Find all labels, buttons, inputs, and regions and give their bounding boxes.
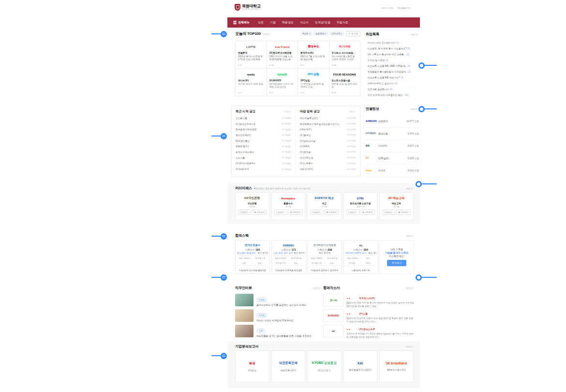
- spec-card[interactable]: nc 스펙지수 204 자바/파이썬/AI인공지.. 최근 합격자 학점 3.8…: [343, 240, 378, 274]
- spec-card[interactable]: 한국해양수산개발원 스펙지수 209 최근 합격자 학점 4.28/4.5토익 …: [307, 240, 342, 274]
- school-homepage-link[interactable]: 학교홈페이지: [397, 7, 411, 9]
- jobtalk-item[interactable]: 입문내용 궁금합니다 (6): [366, 87, 419, 92]
- job-analysis-button[interactable]: 직무분석: [252, 210, 267, 215]
- nav-item[interactable]: 취업자료: [337, 20, 348, 25]
- nav-item[interactable]: 인적성/면접: [315, 20, 330, 25]
- jobtalk-more-link[interactable]: 더보기 ›: [411, 33, 419, 36]
- posting-row[interactable]: 제이치솔루션(주) ~07-17(토): [300, 115, 356, 121]
- report-company-card[interactable]: 대전문화인쇄 대전문화사(주): [271, 350, 306, 382]
- posting-row[interactable]: (주)린터내셔널 ~07-17(토): [300, 138, 356, 144]
- analyze-button[interactable]: 분석하기: [387, 260, 407, 266]
- interview-more-link[interactable]: 더보기 ›: [313, 286, 321, 289]
- jobtalk-item[interactable]: 여성의류 쇼핑몰 MD 어떤가요? (3): [366, 75, 419, 81]
- jobtalk-item[interactable]: 바이오니아는 2교대인가요! (1): [366, 40, 419, 46]
- salary-row[interactable]: SAMSUNG 삼성전자 10,877 만원: [366, 115, 419, 128]
- filter-reset-button[interactable]: ↺초기화: [346, 31, 360, 36]
- company-info-button[interactable]: 기업정보 ›: [346, 210, 359, 215]
- posting-row[interactable]: (주)모두요업 ~07-17(토): [300, 155, 356, 161]
- filter-dropdown[interactable]: 4년제▾: [300, 31, 312, 36]
- essay-more-link[interactable]: 더보기 ›: [406, 286, 414, 289]
- essay-row[interactable]: SHINUNG ★★☆☆☆(주)신흥 [뽑힌이유] 호감가는 내용이 전혀 없음…: [323, 308, 414, 323]
- essay-row[interactable]: 한나라 ★★☆☆☆제주한나라(주) [뽑힌이유] 지원 직무 및 회사와 관련하…: [323, 292, 414, 308]
- job-posting-card[interactable]: SPC삼립 SPC삼립 각 부문별 신입/경력 및 계약직 모집 D-3: [298, 69, 329, 96]
- nav-item[interactable]: 채용정보: [282, 20, 294, 25]
- job-analysis-button[interactable]: 직무분석: [360, 210, 375, 215]
- career-company-card[interactable]: JEI 재능교육 재능교육 대기업 기업정보 › 직무분석: [379, 192, 414, 220]
- jobtalk-item[interactable]: 여성의류 쇼핑몰 MD, AMD 직무할 때.. (3): [366, 63, 419, 69]
- spec-card[interactable]: DONGBU 스펙지수 171 시공·현장·감리·공무 최근 합격자 학점 3.…: [271, 240, 306, 274]
- report-more-link[interactable]: 더보기 ›: [406, 345, 414, 348]
- posting-row[interactable]: 한화호텔(주) 07-16(금)~: [236, 143, 292, 149]
- report-company-card[interactable]: KYOBO 교보문고 (주)교보문고: [307, 350, 342, 382]
- posting-row[interactable]: 한국화학연구원부설안전성평가연구소 ~07-17(토): [300, 121, 356, 127]
- posting-row[interactable]: 오티그룹 07-16(금)~: [236, 155, 292, 161]
- job-posting-card[interactable]: 롯데푸드 롯데푸드(주) 2021년 7월 신입사원 채용-열린전형 D-2: [298, 41, 329, 69]
- posting-row[interactable]: (주)흥국당 ~07-17(토): [300, 132, 356, 138]
- jobtalk-item[interactable]: 1차 서류심사 통과하면 바로 전화를 .. (2): [366, 52, 419, 58]
- company-info-button[interactable]: 기업정보 ›: [274, 210, 287, 215]
- interview-row[interactable]: 마케팅 클라이언트의 요구를 달성하는 퍼포먼스 마케터: [235, 292, 321, 308]
- salary-row[interactable]: CJ CJ제일제.. 5,525 만원: [366, 152, 419, 165]
- top100-more-link[interactable]: 더보기 ›: [263, 32, 271, 35]
- job-analysis-button[interactable]: 직무분석: [324, 210, 339, 215]
- posting-row[interactable]: (주)노브랜드 ~07-17(토): [300, 161, 356, 166]
- jobtalk-item[interactable]: 아르바이트하고 싶습니다 (3): [366, 81, 419, 87]
- interview-row[interactable]: 마케팅 데이터 기반의 마케팅에 주목하세요: [235, 308, 321, 323]
- report-company-card[interactable]: SK broadband SK브로드밴드(주): [379, 350, 414, 382]
- spec-card[interactable]: 한국도로공사 스펙지수 163 생산관리·품질관리.. 최근 합격자 학점 2.…: [235, 240, 270, 274]
- jobtalk-item[interactable]: 자기 능력에 따라 다르겠지만 평균.. (11): [366, 92, 419, 98]
- report-company-card[interactable]: KAI 한국항공우주산업(주): [343, 350, 378, 382]
- posting-row[interactable]: 대동전자(주) ~07-17(토): [300, 166, 356, 172]
- job-posting-card[interactable]: FOUR SEASONS 포시즌스호텔서울 부문별 신입 및 경력 대모집 D-…: [329, 69, 361, 96]
- job-analysis-button[interactable]: 직무분석: [288, 210, 303, 215]
- job-link[interactable]: 시공·현장·감리·공무: [273, 252, 293, 254]
- salary-row[interactable]: kakao 카카오 8,210 만원: [366, 165, 419, 177]
- interview-row[interactable]: 기획 해외진출을 꿈꾸는 셀러분들을 위한 사업을 추진해요: [235, 323, 321, 339]
- salary-more-link[interactable]: 더보기 ›: [411, 107, 419, 110]
- posting-row[interactable]: (주)현대성우캐스팅 07-16(금)~: [236, 121, 292, 127]
- university-logo[interactable]: 목원대학교 MOKWON UNIVERSITY: [235, 4, 261, 11]
- deadline-more-link[interactable]: 더보기 ›: [349, 110, 356, 113]
- nav-item[interactable]: 자소서: [300, 20, 309, 25]
- career-more-link[interactable]: 더보기 ›: [406, 187, 414, 190]
- posting-row[interactable]: (주)풍우공 ~07-17(토): [300, 149, 356, 155]
- career-company-card[interactable]: DAEKYO 대교 대교 대기업 기업정보 › 직무분석: [307, 192, 342, 220]
- job-posting-card[interactable]: wadiz 와디즈(주) 와디즈 대규모 인재 영입 D-7: [236, 69, 267, 96]
- jobtalk-item[interactable]: 포지션 및 사업성 (2): [366, 58, 419, 63]
- jobtalk-item[interactable]: 비건공차, 웹 프론트 핸드 가능할까요? (5): [366, 46, 419, 52]
- all-menu-button[interactable]: 전체메뉴: [233, 20, 250, 25]
- job-analysis-button[interactable]: 직무분석: [396, 210, 411, 215]
- posting-row[interactable]: 한국공정거래조정원 07-16(금)~: [236, 126, 292, 132]
- service-guide-link[interactable]: 서비스 안내: [381, 7, 393, 9]
- career-company-card[interactable]: Homeplus 홈플러스 대기업 기업정보 › 직무분석: [271, 192, 306, 220]
- report-company-card[interactable]: 농심 (주)농심: [235, 350, 269, 382]
- nav-item[interactable]: 기업: [270, 20, 276, 25]
- job-posting-card[interactable]: true Friend (주)한국투자저축은행 2021 하반기 대졸 신입 행…: [267, 41, 298, 69]
- company-info-button[interactable]: 기업정보 ›: [238, 210, 252, 215]
- posting-row[interactable]: (주)대웅제약 07-16(금)~: [236, 166, 292, 172]
- filter-dropdown[interactable]: 전공학과▾: [313, 31, 328, 36]
- nav-item[interactable]: 진로: [258, 20, 264, 25]
- filter-dropdown[interactable]: 근무지역▾: [329, 31, 344, 36]
- job-posting-card[interactable]: NAVER (주)NAVER (마케팅센터) 서비스 마케팅 모집 (신입) D…: [267, 69, 298, 96]
- salary-row[interactable]: HYUNDAI 현대자동.. 9,574 만원: [366, 128, 419, 140]
- jobtalk-item[interactable]: 취업을할지 봉사활동할지 자격증딸지.. (2): [366, 69, 419, 75]
- posting-row[interactable]: LG전자(주) ~07-17(토): [300, 126, 356, 132]
- posting-row[interactable]: (주)제이미앤앨렉스 07-16(금)~: [236, 161, 292, 166]
- spec-more-link[interactable]: 더보기 ›: [406, 234, 414, 237]
- company-info-button[interactable]: 기업정보 ›: [310, 210, 324, 215]
- career-company-card[interactable]: ETRI 한국전자통신연구원 공공기관 기업정보 › 직무분석: [343, 192, 378, 220]
- job-link[interactable]: 생산관리·품질관리..: [237, 252, 257, 254]
- posting-row[interactable]: 씨제이프레시웨이 07-16(금)~: [236, 149, 292, 155]
- salary-row[interactable]: KIA 기아(주) 8,627 만원: [366, 140, 419, 152]
- career-company-card[interactable]: KB국민은행 국민은행 대기업 기업정보 › 직무분석: [235, 192, 269, 220]
- posting-row[interactable]: 한미반도체(주) 07-16(금)~: [236, 132, 292, 138]
- company-info-button[interactable]: 기업정보 ›: [382, 210, 396, 215]
- posting-row[interactable]: (주)GS텍 ~07-17(토): [300, 143, 356, 149]
- posting-row[interactable]: KCC정보통신 07-16(금)~: [236, 138, 292, 144]
- job-link[interactable]: 자바/파이썬/AI인공지..: [345, 252, 368, 254]
- essay-row[interactable]: nc ★★☆☆☆(주)엔씨소프트 전반적으로 막연합니다. 4년의 경력이 있음…: [323, 323, 414, 339]
- job-posting-card[interactable]: 여기어때 주식회사 여기어때컴.. (여기어때) 중소형호텔 사업부 운영팀 지…: [329, 41, 361, 69]
- recent-more-link[interactable]: 더보기 ›: [284, 110, 292, 113]
- job-posting-card[interactable]: LOTTE 호텔롯데 2021년 롯데시티호텔 & L7호텔 인턴사원 채용 D…: [236, 41, 267, 69]
